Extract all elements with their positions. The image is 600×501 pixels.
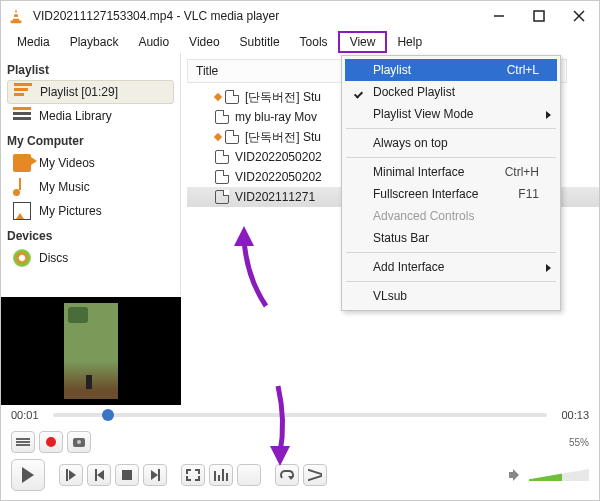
menu-item-label: Minimal Interface bbox=[373, 165, 505, 179]
sidebar-section-devices: Devices bbox=[7, 223, 174, 246]
playlist-toggle-button[interactable] bbox=[11, 431, 35, 453]
sidebar-item-label: My Videos bbox=[39, 156, 95, 170]
playlist-row-title: [단독버전] Stu bbox=[245, 129, 321, 146]
sidebar-item-playlist[interactable]: Playlist [01:29] bbox=[7, 80, 174, 104]
menu-separator bbox=[346, 281, 556, 282]
svg-marker-0 bbox=[12, 9, 19, 22]
video-preview[interactable] bbox=[1, 297, 181, 405]
menu-separator bbox=[346, 157, 556, 158]
svg-rect-5 bbox=[534, 11, 544, 21]
menu-separator bbox=[346, 252, 556, 253]
window-title: VID20211127153304.mp4 - VLC media player bbox=[33, 9, 479, 23]
volume-percent-label: 55% bbox=[569, 437, 589, 448]
shuffle-button[interactable] bbox=[303, 464, 327, 486]
menu-item-accelerator: Ctrl+H bbox=[505, 165, 539, 179]
playlist-row-title: [단독버전] Stu bbox=[245, 89, 321, 106]
stop-button[interactable] bbox=[115, 464, 139, 486]
previous-button[interactable] bbox=[87, 464, 111, 486]
mlib-icon bbox=[13, 107, 31, 125]
menu-item-playlist-view-mode[interactable]: Playlist View Mode bbox=[345, 103, 557, 125]
sidebar-item-my[interactable]: My Music bbox=[7, 175, 174, 199]
playlist-row-title: VID202111271 bbox=[235, 190, 315, 204]
menu-item-label: Always on top bbox=[373, 136, 539, 150]
menu-item-label: Playlist View Mode bbox=[373, 107, 539, 121]
menu-item-status-bar[interactable]: Status Bar bbox=[345, 227, 557, 249]
menu-item-docked-playlist[interactable]: Docked Playlist bbox=[345, 81, 557, 103]
menu-separator bbox=[346, 128, 556, 129]
menu-audio[interactable]: Audio bbox=[128, 33, 179, 51]
check-icon bbox=[354, 85, 366, 97]
sidebar-section-playlist: Playlist bbox=[7, 57, 174, 80]
menu-item-label: Advanced Controls bbox=[373, 209, 539, 223]
file-icon bbox=[215, 190, 229, 204]
titlebar: VID20211127153304.mp4 - VLC media player bbox=[1, 1, 599, 31]
menu-item-playlist[interactable]: PlaylistCtrl+L bbox=[345, 59, 557, 81]
volume-control[interactable] bbox=[509, 469, 589, 481]
file-icon bbox=[215, 110, 229, 124]
svg-rect-1 bbox=[11, 21, 22, 24]
menu-help[interactable]: Help bbox=[387, 33, 432, 51]
next-button[interactable] bbox=[143, 464, 167, 486]
annotation-arrow-up bbox=[226, 226, 286, 319]
close-button[interactable] bbox=[559, 1, 599, 31]
maximize-button[interactable] bbox=[519, 1, 559, 31]
record-button[interactable] bbox=[39, 431, 63, 453]
snapshot-button[interactable] bbox=[67, 431, 91, 453]
menubar: MediaPlaybackAudioVideoSubtitleToolsView… bbox=[1, 31, 599, 53]
menu-item-fullscreen-interface[interactable]: Fullscreen InterfaceF11 bbox=[345, 183, 557, 205]
sidebar-item-my[interactable]: My Pictures bbox=[7, 199, 174, 223]
sidebar-item-label: My Music bbox=[39, 180, 90, 194]
menu-item-label: Status Bar bbox=[373, 231, 539, 245]
menu-subtitle[interactable]: Subtitle bbox=[230, 33, 290, 51]
submenu-arrow-icon bbox=[546, 111, 551, 119]
menu-item-vlsub[interactable]: VLsub bbox=[345, 285, 557, 307]
speaker-icon bbox=[509, 469, 523, 481]
menu-item-label: VLsub bbox=[373, 289, 539, 303]
menu-item-label: Add Interface bbox=[373, 260, 539, 274]
menu-video[interactable]: Video bbox=[179, 33, 229, 51]
disc-icon bbox=[13, 249, 31, 267]
frame-step-button[interactable] bbox=[59, 464, 83, 486]
menu-playback[interactable]: Playback bbox=[60, 33, 129, 51]
annotation-arrow-down bbox=[256, 381, 306, 474]
file-icon bbox=[225, 130, 239, 144]
menu-item-add-interface[interactable]: Add Interface bbox=[345, 256, 557, 278]
sidebar-item-my[interactable]: My Videos bbox=[7, 151, 174, 175]
view-menu-dropdown: PlaylistCtrl+LDocked PlaylistPlaylist Vi… bbox=[341, 55, 561, 311]
extended-settings-button[interactable] bbox=[209, 464, 233, 486]
sidebar-item-label: Media Library bbox=[39, 109, 112, 123]
menu-item-always-on-top[interactable]: Always on top bbox=[345, 132, 557, 154]
sidebar-item-label: Playlist [01:29] bbox=[40, 85, 118, 99]
sidebar-item-label: Discs bbox=[39, 251, 68, 265]
menu-item-accelerator: F11 bbox=[518, 187, 539, 201]
svg-marker-8 bbox=[234, 226, 254, 246]
sidebar: PlaylistPlaylist [01:29]Media LibraryMy … bbox=[1, 53, 181, 295]
volume-slider[interactable] bbox=[529, 469, 589, 481]
file-icon bbox=[215, 170, 229, 184]
seek-knob[interactable] bbox=[102, 409, 114, 421]
fullscreen-button[interactable] bbox=[181, 464, 205, 486]
minimize-button[interactable] bbox=[479, 1, 519, 31]
menu-item-minimal-interface[interactable]: Minimal InterfaceCtrl+H bbox=[345, 161, 557, 183]
music-icon bbox=[13, 178, 31, 196]
playlist-icon bbox=[14, 83, 32, 101]
sidebar-item-discs[interactable]: Discs bbox=[7, 246, 174, 270]
sidebar-section-my-computer: My Computer bbox=[7, 128, 174, 151]
menu-media[interactable]: Media bbox=[7, 33, 60, 51]
video-thumbnail bbox=[64, 303, 118, 399]
menu-tools[interactable]: Tools bbox=[290, 33, 338, 51]
file-icon bbox=[215, 150, 229, 164]
menu-item-label: Docked Playlist bbox=[373, 85, 539, 99]
menu-view[interactable]: View bbox=[338, 31, 388, 53]
pics-icon bbox=[13, 202, 31, 220]
svg-rect-3 bbox=[13, 17, 19, 19]
sidebar-item-label: My Pictures bbox=[39, 204, 102, 218]
now-playing-marker-icon bbox=[214, 133, 222, 141]
video-icon bbox=[13, 154, 31, 172]
file-icon bbox=[225, 90, 239, 104]
play-button[interactable] bbox=[11, 459, 45, 491]
menu-item-label: Fullscreen Interface bbox=[373, 187, 518, 201]
playlist-row-title: VID2022050202 bbox=[235, 150, 322, 164]
sidebar-item-media[interactable]: Media Library bbox=[7, 104, 174, 128]
now-playing-marker-icon bbox=[214, 93, 222, 101]
